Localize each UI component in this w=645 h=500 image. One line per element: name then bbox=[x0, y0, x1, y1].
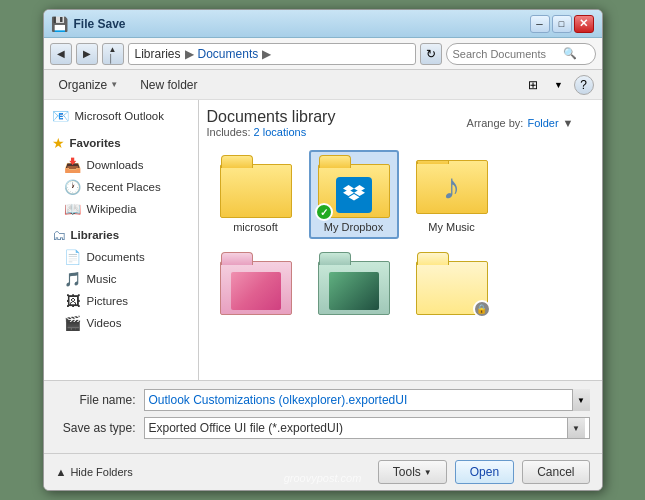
arrange-by: Arrange by: Folder ▼ bbox=[467, 117, 574, 129]
main-content: 📧 Microsoft Outlook ★ Favorites 📥 Downlo… bbox=[44, 100, 602, 380]
file-save-dialog: 💾 File Save ─ □ ✕ ◀ ▶ ▲│ Libraries ▶ Doc… bbox=[43, 9, 603, 491]
new-folder-button[interactable]: New folder bbox=[133, 75, 204, 95]
documents-label: Documents bbox=[87, 251, 145, 263]
library-subtitle: Includes: 2 locations bbox=[207, 126, 336, 138]
folder-nature-thumb[interactable] bbox=[309, 247, 399, 324]
new-folder-label: New folder bbox=[140, 78, 197, 92]
hide-folders-button[interactable]: ▲ Hide Folders bbox=[56, 466, 133, 478]
path-current: Documents bbox=[198, 47, 259, 61]
filename-input[interactable] bbox=[144, 389, 590, 411]
folder-dropbox-name: My Dropbox bbox=[324, 221, 383, 233]
tools-button[interactable]: Tools ▼ bbox=[378, 460, 447, 484]
folder-my-dropbox[interactable]: ✓ My Dropbox bbox=[309, 150, 399, 239]
organize-button[interactable]: Organize ▼ bbox=[52, 75, 126, 95]
savetype-dropdown-button[interactable]: ▼ bbox=[567, 418, 585, 438]
folder-microsoft-name: microsoft bbox=[233, 221, 278, 233]
cancel-button[interactable]: Cancel bbox=[522, 460, 589, 484]
folder-microsoft[interactable]: microsoft bbox=[211, 150, 301, 239]
search-box[interactable]: 🔍 bbox=[446, 43, 596, 65]
favorites-star-icon: ★ bbox=[52, 135, 65, 151]
dropbox-check-badge: ✓ bbox=[315, 203, 333, 221]
subtitle-prefix: Includes: bbox=[207, 126, 254, 138]
folder-microsoft-icon bbox=[220, 156, 292, 218]
arrange-by-label: Arrange by: bbox=[467, 117, 524, 129]
savetype-value: Exported Office UI file (*.exportedUI) bbox=[149, 421, 565, 435]
file-area: Documents library Includes: 2 locations … bbox=[199, 100, 602, 380]
documents-folder-icon: 📄 bbox=[64, 249, 82, 265]
search-icon: 🔍 bbox=[563, 47, 577, 60]
filename-label: File name: bbox=[56, 393, 136, 407]
dialog-icon: 💾 bbox=[52, 16, 68, 32]
footer-right: Tools ▼ Open Cancel bbox=[378, 460, 590, 484]
help-button[interactable]: ? bbox=[574, 75, 594, 95]
sidebar-item-videos[interactable]: 🎬 Videos bbox=[44, 312, 198, 334]
folder-music-name: My Music bbox=[428, 221, 474, 233]
folder-my-music[interactable]: ♪ My Music bbox=[407, 150, 497, 239]
libraries-label: Libraries bbox=[71, 229, 120, 241]
thumb-pink-img bbox=[231, 272, 281, 310]
filename-row: File name: ▼ bbox=[56, 389, 590, 411]
folder-dropbox-body: ✓ bbox=[318, 164, 390, 218]
open-label: Open bbox=[470, 465, 499, 479]
file-area-header: Documents library Includes: 2 locations … bbox=[207, 108, 594, 142]
wikipedia-icon: 📖 bbox=[64, 201, 82, 217]
music-note-icon: ♪ bbox=[443, 166, 461, 208]
path-separator-2: ▶ bbox=[262, 47, 271, 61]
view-toggle-button[interactable]: ⊞ bbox=[522, 74, 544, 96]
search-input[interactable] bbox=[453, 48, 563, 60]
address-bar: ◀ ▶ ▲│ Libraries ▶ Documents ▶ ↻ 🔍 bbox=[44, 38, 602, 70]
path-separator-1: ▶ bbox=[185, 47, 194, 61]
arrange-by-value[interactable]: Folder bbox=[527, 117, 558, 129]
sidebar-item-music[interactable]: 🎵 Music bbox=[44, 268, 198, 290]
toolbar: Organize ▼ New folder ⊞ ▼ ? bbox=[44, 70, 602, 100]
libraries-icon: 🗂 bbox=[52, 227, 66, 243]
folder-nature-thumbnail bbox=[329, 272, 379, 310]
toolbar-right: ⊞ ▼ ? bbox=[522, 74, 594, 96]
address-path[interactable]: Libraries ▶ Documents ▶ bbox=[128, 43, 416, 65]
cancel-label: Cancel bbox=[537, 465, 574, 479]
sidebar-favorites-header[interactable]: ★ Favorites bbox=[44, 132, 198, 154]
back-button[interactable]: ◀ bbox=[50, 43, 72, 65]
tools-arrow-icon: ▼ bbox=[424, 468, 432, 477]
up-button[interactable]: ▲│ bbox=[102, 43, 124, 65]
open-button[interactable]: Open bbox=[455, 460, 514, 484]
sidebar-item-wikipedia[interactable]: 📖 Wikipedia bbox=[44, 198, 198, 220]
folder-pink-body bbox=[220, 261, 292, 315]
folder-music-body: ♪ bbox=[416, 160, 488, 214]
sidebar-item-documents[interactable]: 📄 Documents bbox=[44, 246, 198, 268]
recent-places-label: Recent Places bbox=[87, 181, 161, 193]
sidebar-item-recent-places[interactable]: 🕐 Recent Places bbox=[44, 176, 198, 198]
bottom-section: File name: ▼ Save as type: Exported Offi… bbox=[44, 380, 602, 453]
restore-button[interactable]: □ bbox=[552, 15, 572, 33]
close-button[interactable]: ✕ bbox=[574, 15, 594, 33]
recent-places-icon: 🕐 bbox=[64, 179, 82, 195]
forward-button[interactable]: ▶ bbox=[76, 43, 98, 65]
library-title-section: Documents library Includes: 2 locations bbox=[207, 108, 336, 138]
sidebar: 📧 Microsoft Outlook ★ Favorites 📥 Downlo… bbox=[44, 100, 199, 380]
pictures-folder-icon: 🖼 bbox=[64, 293, 82, 309]
sidebar-item-pictures[interactable]: 🖼 Pictures bbox=[44, 290, 198, 312]
minimize-button[interactable]: ─ bbox=[530, 15, 550, 33]
sidebar-item-outlook[interactable]: 📧 Microsoft Outlook bbox=[44, 104, 198, 128]
subtitle-link[interactable]: 2 locations bbox=[254, 126, 307, 138]
thumb-nature-img bbox=[329, 272, 379, 310]
watermark: groovypost.com bbox=[284, 472, 362, 484]
folder-music-icon: ♪ bbox=[416, 156, 488, 218]
sidebar-inner: 📧 Microsoft Outlook ★ Favorites 📥 Downlo… bbox=[44, 100, 199, 380]
view-dropdown-button[interactable]: ▼ bbox=[548, 74, 570, 96]
library-title: Documents library bbox=[207, 108, 336, 126]
filename-input-wrapper: ▼ bbox=[144, 389, 590, 411]
music-folder-icon: 🎵 bbox=[64, 271, 82, 287]
sidebar-libraries-header[interactable]: 🗂 Libraries bbox=[44, 224, 198, 246]
folder-locked-body: 🔒 bbox=[416, 261, 488, 315]
savetype-select[interactable]: Exported Office UI file (*.exportedUI) ▼ bbox=[144, 417, 590, 439]
arrange-by-arrow: ▼ bbox=[563, 117, 574, 129]
music-label: Music bbox=[87, 273, 117, 285]
folder-locked[interactable]: 🔒 bbox=[407, 247, 497, 324]
filename-dropdown-button[interactable]: ▼ bbox=[572, 389, 590, 411]
refresh-button[interactable]: ↻ bbox=[420, 43, 442, 65]
sidebar-item-downloads[interactable]: 📥 Downloads bbox=[44, 154, 198, 176]
folder-pink-icon bbox=[220, 253, 292, 315]
savetype-label: Save as type: bbox=[56, 421, 136, 435]
folder-pink-thumb[interactable] bbox=[211, 247, 301, 324]
